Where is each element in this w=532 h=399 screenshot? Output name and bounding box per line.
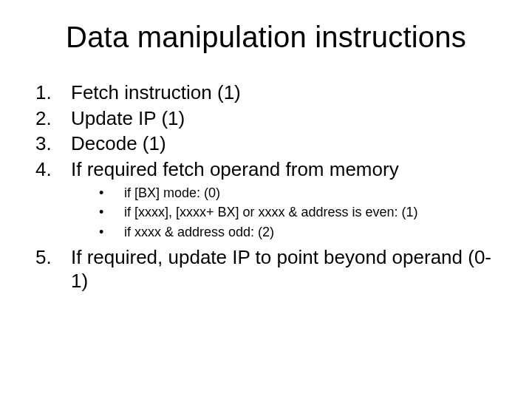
list-item: 1. Fetch instruction (1) — [35, 81, 502, 105]
sub-list-item: • if xxxx & address odd: (2) — [99, 223, 502, 241]
list-number: 3. — [35, 132, 71, 156]
list-number: 4. — [35, 157, 71, 182]
numbered-list: 1. Fetch instruction (1) 2. Update IP (1… — [30, 81, 502, 181]
sub-list-text: if [xxxx], [xxxx+ BX] or xxxx & address … — [124, 203, 502, 221]
list-item: 5. If required, update IP to point beyon… — [35, 245, 502, 293]
bullet-icon: • — [99, 223, 124, 241]
list-item: 3. Decode (1) — [35, 132, 502, 156]
slide-title: Data manipulation instructions — [30, 21, 502, 54]
sub-list-item: • if [BX] mode: (0) — [99, 184, 502, 202]
slide: Data manipulation instructions 1. Fetch … — [0, 0, 532, 399]
sub-list-item: • if [xxxx], [xxxx+ BX] or xxxx & addres… — [99, 203, 502, 221]
sub-list-text: if xxxx & address odd: (2) — [124, 223, 502, 241]
list-text: Decode (1) — [71, 132, 502, 156]
bullet-icon: • — [99, 203, 124, 221]
numbered-list-continued: 5. If required, update IP to point beyon… — [30, 245, 502, 293]
list-text: If required, update IP to point beyond o… — [71, 245, 502, 293]
list-text: If required fetch operand from memory — [71, 157, 502, 182]
list-number: 5. — [35, 245, 71, 293]
list-text: Fetch instruction (1) — [71, 81, 502, 105]
bullet-icon: • — [99, 184, 124, 202]
sub-list-text: if [BX] mode: (0) — [124, 184, 502, 202]
sub-bullet-list: • if [BX] mode: (0) • if [xxxx], [xxxx+ … — [30, 184, 502, 241]
list-item: 2. Update IP (1) — [35, 106, 502, 131]
list-item: 4. If required fetch operand from memory — [35, 157, 502, 182]
list-number: 2. — [35, 106, 71, 131]
list-text: Update IP (1) — [71, 106, 502, 131]
list-number: 1. — [35, 81, 71, 105]
